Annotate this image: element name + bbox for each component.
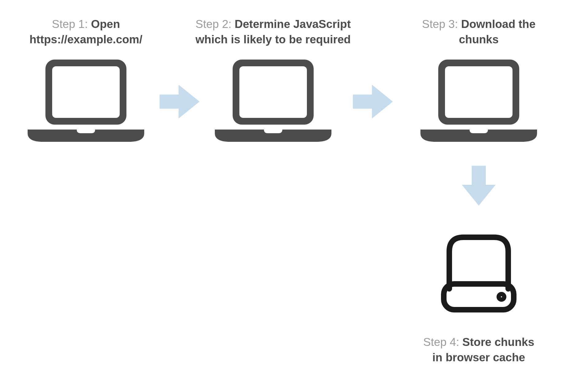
step-1-bold-a: Open — [91, 18, 120, 30]
step-1-caption: Step 1: Open https://example.com/ — [12, 17, 160, 47]
step-2-prefix: Step 2: — [195, 18, 235, 30]
svg-point-7 — [499, 294, 504, 300]
svg-rect-1 — [52, 66, 120, 118]
step-3-bold-b: chunks — [459, 33, 499, 46]
step-4-bold-a: Store chunks — [462, 336, 534, 348]
step-3-bold-a: Download the — [461, 18, 536, 30]
step-2-bold-a: Determine JavaScript — [235, 18, 351, 30]
step-3-caption: Step 3: Download the chunks — [396, 17, 562, 47]
arrow-right-icon-2 — [353, 85, 393, 120]
step-2-bold-b: which is likely to be required — [195, 33, 351, 46]
laptop-icon-step-2 — [215, 58, 331, 144]
laptop-icon-step-1 — [28, 58, 144, 144]
svg-rect-3 — [239, 66, 307, 118]
step-3-prefix: Step 3: — [422, 18, 461, 30]
svg-rect-5 — [445, 66, 513, 118]
step-4-bold-b: in browser cache — [432, 351, 525, 364]
step-4-prefix: Step 4: — [423, 336, 462, 348]
laptop-icon-step-3 — [420, 58, 537, 144]
arrow-down-icon — [462, 166, 496, 207]
hard-drive-icon — [437, 232, 520, 316]
diagram-canvas: Step 1: Open https://example.com/ Step 2… — [0, 0, 588, 380]
step-1-bold-b: https://example.com/ — [29, 33, 142, 46]
step-2-caption: Step 2: Determine JavaScript which is li… — [183, 17, 364, 47]
step-1-prefix: Step 1: — [52, 18, 91, 30]
arrow-right-icon-1 — [160, 85, 199, 120]
step-4-caption: Step 4: Store chunks in browser cache — [396, 335, 562, 365]
